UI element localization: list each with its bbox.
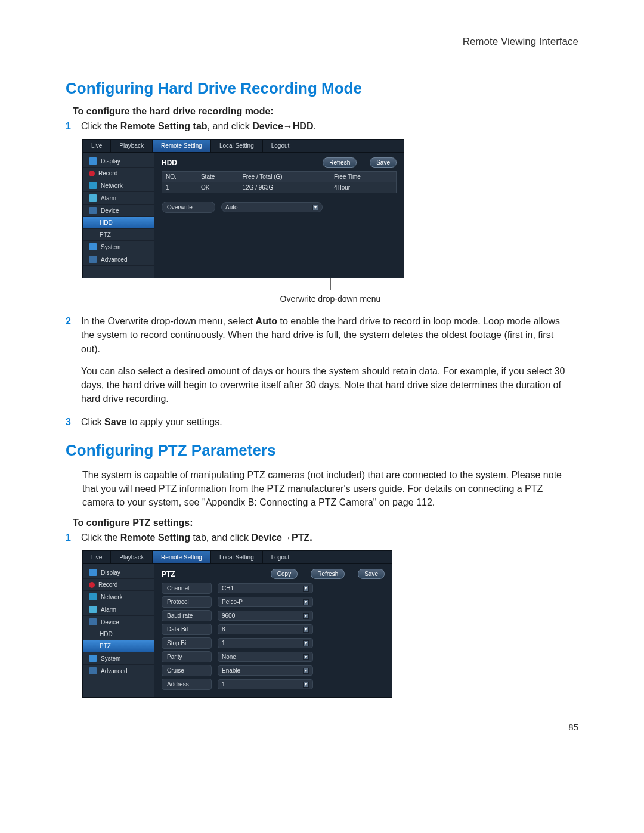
save-button[interactable]: Save (358, 569, 385, 579)
refresh-button[interactable]: Refresh (311, 569, 345, 579)
col-time: Free Time (330, 172, 396, 182)
device-icon (89, 618, 97, 625)
footer-rule (66, 716, 578, 716)
sidebar-item-advanced[interactable]: Advanced (83, 665, 154, 677)
sidebar-item-record[interactable]: Record (83, 168, 154, 179)
chevron-down-icon: ▾ (303, 599, 309, 605)
tab-live[interactable]: Live (83, 551, 111, 563)
sidebar-item-hdd[interactable]: HDD (83, 217, 154, 229)
chevron-down-icon: ▾ (303, 586, 309, 592)
refresh-button[interactable]: Refresh (323, 157, 357, 168)
ptz-field-select[interactable]: 9600▾ (218, 611, 313, 621)
tab-logout[interactable]: Logout (263, 140, 299, 152)
subheading-hdd: To configure the hard drive recording mo… (73, 106, 578, 117)
sidebar-item-network[interactable]: Network (83, 591, 154, 603)
sidebar-item-hdd[interactable]: HDD (83, 628, 154, 640)
chevron-down-icon: ▾ (303, 668, 309, 674)
figure-hdd-screenshot: Live Playback Remote Setting Local Setti… (82, 139, 578, 304)
device-icon (89, 207, 97, 214)
ptz-field-label: Baud rate (162, 610, 212, 621)
advanced-icon (89, 256, 97, 263)
step-text: In the Overwrite drop-down menu, select … (81, 314, 566, 414)
sidebar-item-alarm[interactable]: Alarm (83, 192, 154, 205)
alarm-icon (89, 606, 97, 613)
col-state: State (197, 172, 239, 182)
step-text: Click the Remote Setting tab, and click … (81, 119, 566, 133)
overwrite-label: Overwrite (162, 202, 215, 213)
page-header-section: Remote Viewing Interface (66, 36, 578, 48)
chevron-down-icon: ▾ (303, 613, 309, 619)
chevron-down-icon: ▾ (303, 627, 309, 633)
step-number: 3 (66, 415, 81, 429)
tab-logout[interactable]: Logout (263, 551, 299, 563)
record-icon (89, 582, 95, 588)
ptz-field-select[interactable]: None▾ (218, 652, 313, 662)
network-icon (89, 593, 97, 600)
subheading-ptz: To configure PTZ settings: (73, 518, 578, 528)
step-text: Click the Remote Setting tab, and click … (81, 531, 566, 544)
ptz-intro: The system is capable of manipulating PT… (82, 468, 566, 510)
sidebar-item-system[interactable]: System (83, 241, 154, 253)
sidebar-item-record[interactable]: Record (83, 579, 154, 591)
copy-button[interactable]: Copy (271, 569, 298, 579)
ptz-field-label: Cruise (162, 665, 212, 676)
header-rule (66, 55, 578, 55)
ptz-field-label: Data Bit (162, 624, 212, 635)
ptz-field-label: Address (162, 679, 212, 690)
ptz-field-label: Stop Bit (162, 637, 212, 649)
step-number: 2 (66, 314, 81, 414)
chevron-down-icon: ▾ (303, 654, 309, 660)
sidebar-item-device[interactable]: Device (83, 205, 154, 217)
ptz-field-label: Protocol (162, 596, 212, 608)
tab-playback[interactable]: Playback (111, 551, 153, 563)
chevron-down-icon: ▾ (303, 682, 309, 688)
heading-hdd: Configuring Hard Drive Recording Mode (66, 79, 578, 98)
sidebar-item-ptz[interactable]: PTZ (83, 229, 154, 241)
heading-ptz: Configuring PTZ Parameters (66, 441, 578, 460)
figure-caption: Overwrite drop-down menu (82, 294, 578, 304)
sidebar-item-display[interactable]: Display (83, 566, 154, 579)
tab-live[interactable]: Live (83, 140, 111, 152)
ptz-field-label: Parity (162, 651, 212, 662)
display-icon (89, 569, 97, 576)
alarm-icon (89, 194, 97, 202)
sidebar-item-system[interactable]: System (83, 652, 154, 665)
save-button[interactable]: Save (370, 157, 397, 168)
step-number: 1 (66, 531, 81, 544)
chevron-down-icon: ▾ (303, 640, 309, 646)
system-icon (89, 243, 97, 250)
chevron-down-icon: ▾ (312, 205, 318, 210)
ptz-field-select[interactable]: 8▾ (218, 624, 313, 634)
tab-remote-setting[interactable]: Remote Setting (153, 551, 211, 563)
col-no: NO. (162, 172, 197, 182)
overwrite-dropdown[interactable]: Auto ▾ (221, 202, 323, 212)
sidebar-item-alarm[interactable]: Alarm (83, 603, 154, 616)
advanced-icon (89, 667, 97, 674)
col-free: Free / Total (G) (239, 172, 330, 182)
panel-title-hdd: HDD (162, 159, 177, 167)
step-text: Click Save to apply your settings. (81, 415, 566, 429)
ptz-field-select[interactable]: 1▾ (218, 638, 313, 648)
tab-remote-setting[interactable]: Remote Setting (153, 140, 211, 152)
hdd-table: NO. State Free / Total (G) Free Time 1 O… (162, 171, 397, 193)
tab-local-setting[interactable]: Local Setting (211, 551, 263, 563)
tab-playback[interactable]: Playback (111, 140, 153, 152)
ptz-field-select[interactable]: Enable▾ (218, 665, 313, 676)
figure-ptz-screenshot: Live Playback Remote Setting Local Setti… (82, 550, 578, 698)
table-row: 1 OK 12G / 963G 4Hour (162, 182, 397, 193)
ptz-field-select[interactable]: 1▾ (218, 679, 313, 689)
ptz-field-select[interactable]: Pelco-P▾ (218, 597, 313, 607)
sidebar-item-ptz[interactable]: PTZ (83, 640, 154, 652)
tab-local-setting[interactable]: Local Setting (211, 140, 263, 152)
sidebar-item-advanced[interactable]: Advanced (83, 253, 154, 266)
system-icon (89, 655, 97, 662)
network-icon (89, 182, 97, 189)
sidebar-item-display[interactable]: Display (83, 155, 154, 168)
page-number: 85 (66, 722, 578, 732)
ptz-field-select[interactable]: CH1▾ (218, 583, 313, 593)
display-icon (89, 157, 97, 165)
record-icon (89, 171, 95, 176)
sidebar-item-device[interactable]: Device (83, 616, 154, 628)
sidebar-item-network[interactable]: Network (83, 179, 154, 192)
ptz-field-label: Channel (162, 583, 212, 594)
